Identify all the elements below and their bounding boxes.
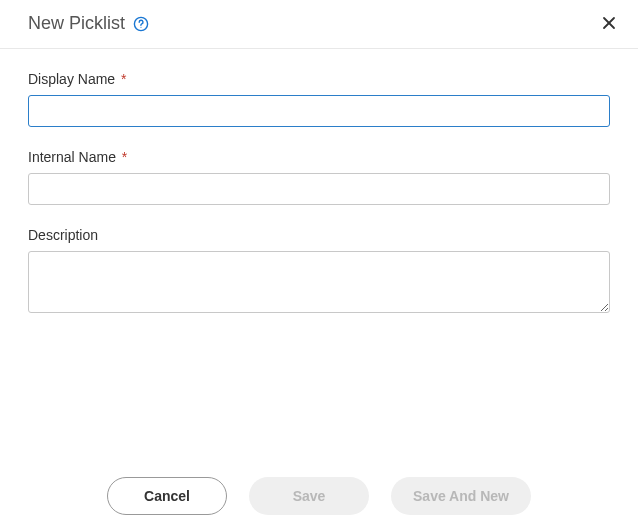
form-area: Display Name * Internal Name * Descripti… xyxy=(0,49,638,317)
cancel-button[interactable]: Cancel xyxy=(107,477,227,515)
dialog-footer: Cancel Save Save And New xyxy=(0,477,638,515)
help-icon[interactable] xyxy=(133,16,149,32)
display-name-label-text: Display Name xyxy=(28,71,115,87)
description-label: Description xyxy=(28,227,610,243)
save-and-new-button[interactable]: Save And New xyxy=(391,477,531,515)
internal-name-input[interactable] xyxy=(28,173,610,205)
close-icon[interactable] xyxy=(598,12,620,34)
required-asterisk: * xyxy=(121,71,126,87)
display-name-input[interactable] xyxy=(28,95,610,127)
internal-name-group: Internal Name * xyxy=(28,149,610,205)
description-group: Description xyxy=(28,227,610,317)
internal-name-label: Internal Name * xyxy=(28,149,610,165)
save-button[interactable]: Save xyxy=(249,477,369,515)
display-name-group: Display Name * xyxy=(28,71,610,127)
description-textarea[interactable] xyxy=(28,251,610,313)
description-label-text: Description xyxy=(28,227,98,243)
svg-point-1 xyxy=(140,27,141,28)
dialog-title: New Picklist xyxy=(28,13,125,34)
internal-name-label-text: Internal Name xyxy=(28,149,116,165)
display-name-label: Display Name * xyxy=(28,71,610,87)
dialog-header: New Picklist xyxy=(0,0,638,49)
required-asterisk: * xyxy=(122,149,127,165)
